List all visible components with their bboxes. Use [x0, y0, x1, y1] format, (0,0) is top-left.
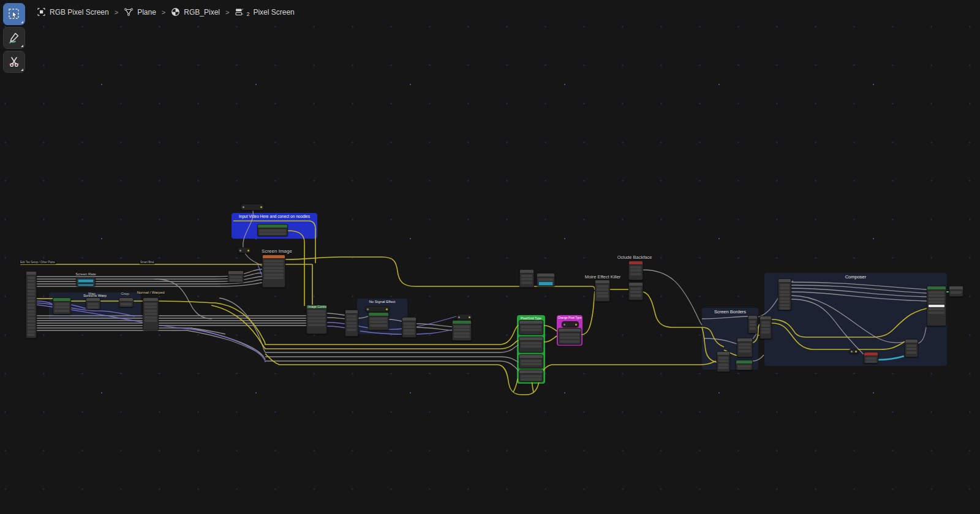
wire — [288, 231, 304, 306]
node-row — [264, 263, 284, 266]
breadcrumb-separator: > — [115, 9, 118, 16]
node-header — [927, 286, 946, 290]
node-row — [454, 332, 470, 335]
node-row — [347, 318, 356, 321]
node-row — [737, 365, 751, 368]
node-border-1[interactable] — [748, 315, 758, 333]
node-row — [597, 288, 608, 291]
annotate-pencil-icon — [7, 31, 21, 45]
node-composer-shader[interactable] — [927, 286, 946, 326]
wire — [71, 305, 86, 308]
node-oclude-script[interactable] — [628, 261, 643, 280]
node-row — [28, 300, 35, 302]
node-screen-rate[interactable] — [76, 277, 96, 286]
scissors-icon — [7, 55, 21, 69]
node-moire-killer[interactable] — [595, 280, 610, 302]
value-field[interactable] — [78, 284, 94, 287]
breadcrumb-item-nodetree: 2 Pixel Screen — [235, 7, 294, 17]
node-image-controls[interactable]: Image Controls — [306, 305, 327, 334]
node-pixel-type-2[interactable] — [519, 337, 543, 352]
node-group-input-stack[interactable] — [26, 271, 37, 338]
node-row — [259, 229, 286, 232]
node-row — [454, 329, 470, 331]
node-row — [55, 306, 69, 308]
node-row — [780, 294, 790, 296]
collapsed-node[interactable] — [365, 306, 390, 312]
node-row — [145, 319, 157, 322]
node-no-signal[interactable] — [368, 312, 389, 330]
node-row — [88, 303, 99, 305]
node-composer-mix[interactable] — [905, 339, 918, 357]
node-crop[interactable] — [119, 297, 134, 307]
node-row — [145, 313, 157, 315]
wire — [791, 296, 905, 343]
collapsed-node[interactable] — [849, 349, 859, 354]
node-row — [951, 291, 962, 294]
node-tex-coord[interactable] — [228, 270, 244, 283]
node-row — [145, 306, 157, 308]
node-row — [750, 321, 756, 323]
node-screen-image[interactable] — [262, 255, 285, 288]
breadcrumb-label: RGB_Pixel — [184, 8, 220, 17]
node-row — [145, 303, 157, 305]
node-editor-canvas[interactable]: Screens Warp No Signal Effect Screen Bor… — [0, 0, 980, 514]
collapsed-node[interactable] — [241, 204, 264, 210]
node-change-pixel[interactable] — [558, 328, 581, 345]
node-video-input[interactable] — [257, 224, 288, 236]
node-normal-warped[interactable] — [143, 297, 159, 330]
node-border-2[interactable] — [737, 338, 753, 357]
node-row — [521, 329, 541, 331]
tweak-select-tool-button[interactable] — [3, 3, 25, 25]
node-header — [143, 298, 158, 302]
scene-icon — [37, 7, 46, 17]
cut-links-tool-button[interactable] — [3, 51, 25, 73]
wire — [37, 283, 262, 286]
node-row — [521, 363, 541, 365]
label-screen-rate: Screen Rate — [65, 272, 107, 276]
node-pixel-type-3[interactable] — [519, 354, 543, 368]
node-map[interactable] — [86, 297, 100, 310]
node-row — [28, 283, 35, 286]
collapsed-node[interactable] — [562, 321, 579, 327]
collapsed-node[interactable] — [238, 247, 251, 253]
node-header — [86, 298, 100, 302]
wire — [159, 301, 216, 303]
node-material-output[interactable] — [949, 286, 963, 297]
wire — [791, 292, 927, 301]
node-row — [521, 360, 541, 362]
value-field[interactable] — [78, 279, 94, 283]
node-pixel-type-4[interactable] — [519, 370, 543, 382]
node-oclude-mix[interactable] — [628, 282, 643, 300]
node-mid-mix-2[interactable] — [402, 317, 417, 338]
node-top-value[interactable] — [537, 273, 555, 286]
wire — [643, 270, 702, 325]
collapsed-node[interactable] — [456, 314, 472, 320]
node-composer-left[interactable] — [760, 316, 772, 339]
node-row — [929, 308, 944, 310]
node-wires — [0, 0, 980, 514]
node-pixel-type-1[interactable] — [519, 320, 543, 335]
node-row — [28, 324, 35, 326]
node-row — [308, 317, 325, 319]
node-border-4[interactable] — [736, 360, 753, 370]
wire — [37, 328, 225, 334]
node-row — [929, 311, 944, 314]
node-top-mix[interactable] — [519, 269, 534, 288]
node-mid-group[interactable] — [452, 320, 472, 341]
node-row — [454, 326, 470, 328]
wire — [389, 319, 402, 321]
node-row — [370, 324, 387, 327]
node-warp-group[interactable] — [53, 297, 71, 315]
node-composer-input[interactable] — [778, 278, 791, 310]
wire — [327, 313, 345, 315]
node-border-3[interactable] — [717, 351, 730, 372]
node-row — [718, 357, 728, 359]
node-header — [629, 283, 643, 286]
wire — [265, 361, 519, 372]
node-header — [537, 274, 554, 277]
node-header — [520, 270, 533, 274]
annotate-tool-button[interactable] — [3, 27, 25, 49]
value-field[interactable] — [538, 281, 553, 286]
node-mid-mix[interactable] — [345, 310, 358, 337]
node-composer-script[interactable] — [864, 352, 878, 363]
